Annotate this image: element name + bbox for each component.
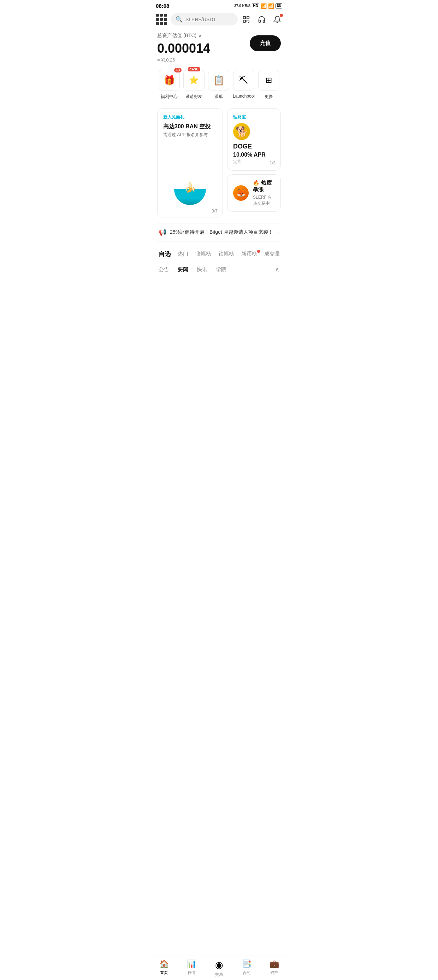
- tab-gainers[interactable]: 涨幅榜: [195, 248, 211, 260]
- signal-5g-1: 📶: [261, 3, 267, 9]
- finance-apr: 10.00% APR: [233, 152, 275, 158]
- banana-emoji: 🍌: [184, 181, 197, 193]
- tab-watchlist[interactable]: 自选: [159, 247, 171, 261]
- new-coins-badge: [257, 250, 260, 253]
- notification-button[interactable]: [272, 14, 282, 24]
- hot-card[interactable]: 🦊 🔥 热度暴涨 SLERF 火热交易中: [227, 174, 281, 212]
- finance-type: 定期: [233, 159, 275, 165]
- battery-indicator: 86: [276, 3, 282, 8]
- doge-coin-icon: 🐕: [233, 123, 250, 140]
- news-tab-academy[interactable]: 学院: [216, 266, 227, 273]
- main-content: 总资产估值 (BTC) ∧ 0.000014 ≈ ¥10.26 充值 🎁 +3 …: [150, 28, 288, 280]
- news-collapse-icon[interactable]: ∧: [275, 266, 279, 273]
- tab-hot[interactable]: 热门: [178, 248, 188, 260]
- svg-rect-1: [247, 16, 249, 18]
- recharge-button[interactable]: 充值: [250, 35, 281, 51]
- news-tab-announcement[interactable]: 公告: [159, 266, 169, 273]
- welfare-icon-wrap: 🎁 +3: [159, 70, 180, 91]
- action-launchpool[interactable]: ⛏ Launchpool: [233, 70, 255, 100]
- menu-button[interactable]: [156, 14, 167, 25]
- header-right: [241, 14, 282, 24]
- finance-card[interactable]: 理财宝 🐕 DOGE 10.00% APR 定期 1/3: [227, 108, 281, 171]
- welfare-icon: 🎁: [163, 75, 175, 86]
- banana-bowl: 🍌: [174, 189, 206, 205]
- tab-volume[interactable]: 成交量: [264, 248, 280, 260]
- more-label: 更多: [265, 94, 273, 100]
- chevron-up-icon[interactable]: ∧: [198, 33, 202, 38]
- more-icon-wrap: ⊞: [258, 70, 279, 91]
- news-tabs: 公告 要闻 快讯 学院 ∧: [157, 261, 281, 276]
- news-tab-headlines[interactable]: 要闻: [178, 266, 188, 273]
- cash-badge: CASH: [188, 67, 200, 72]
- hot-subtitle: SLERF 火热交易中: [253, 194, 275, 207]
- market-tabs: 自选 热门 涨幅榜 跌幅榜 新币榜 成交量: [157, 247, 281, 261]
- finance-coin-name: DOGE: [233, 143, 275, 150]
- notification-badge: [280, 14, 283, 17]
- search-input[interactable]: [186, 17, 233, 22]
- search-icon: 🔍: [176, 16, 182, 22]
- cards-row: 新人见面礼 高达300 BAN 空投 需通过 APP 报名并参与 🍌 3/7 理…: [157, 108, 281, 218]
- copy-icon-wrap: 📋: [208, 70, 229, 91]
- asset-value: 0.000014: [157, 41, 210, 56]
- launchpool-icon: ⛏: [239, 75, 248, 86]
- svg-rect-0: [243, 16, 246, 18]
- action-more[interactable]: ⊞ 更多: [258, 70, 279, 100]
- invite-icon: ⭐: [189, 76, 198, 85]
- finance-pagination: 1/3: [270, 161, 276, 165]
- status-time: 08:08: [156, 3, 169, 9]
- hot-avatar: 🦊: [233, 185, 249, 201]
- action-welfare[interactable]: 🎁 +3 福利中心: [159, 70, 180, 100]
- tab-new-coins[interactable]: 新币榜: [241, 248, 257, 260]
- new-user-title: 高达300 BAN 空投: [163, 123, 217, 130]
- announcement-bar[interactable]: 📢 25%返佣待开启！Bitget 卓越邀请人项目来袭！ ›: [157, 223, 281, 242]
- welfare-badge: +3: [174, 68, 182, 73]
- status-icons: 37.0 KB/S HD 📶 📶 86: [234, 3, 282, 9]
- more-icon: ⊞: [266, 76, 272, 85]
- search-bar[interactable]: 🔍: [171, 13, 238, 25]
- new-user-progress: 3/7: [211, 208, 217, 213]
- new-user-card[interactable]: 新人见面礼 高达300 BAN 空投 需通过 APP 报名并参与 🍌 3/7: [157, 108, 223, 218]
- svg-rect-2: [243, 20, 246, 22]
- invite-label: 邀请好友: [186, 94, 202, 100]
- copy-icon: 📋: [213, 75, 224, 86]
- invite-icon-wrap: CASH ⭐: [183, 70, 205, 91]
- copy-label: 跟单: [214, 94, 223, 100]
- announcement-arrow: ›: [278, 229, 279, 235]
- signal-5g-2: 📶: [268, 3, 274, 9]
- hot-info: 🔥 热度暴涨 SLERF 火热交易中: [253, 180, 275, 207]
- hd-badge: HD: [252, 3, 259, 8]
- scan-button[interactable]: [241, 14, 251, 24]
- announcement-icon: 📢: [159, 228, 167, 236]
- launchpool-label: Launchpool: [233, 94, 255, 99]
- action-invite[interactable]: CASH ⭐ 邀请好友: [183, 70, 205, 100]
- hot-title: 🔥 热度暴涨: [253, 180, 275, 193]
- headset-button[interactable]: [257, 14, 267, 24]
- new-user-tag: 新人见面礼: [163, 114, 217, 120]
- action-copy[interactable]: 📋 跟单: [208, 70, 229, 100]
- banana-illustration: 🍌: [174, 189, 206, 207]
- announcement-text: 25%返佣待开启！Bitget 卓越邀请人项目来袭！: [170, 229, 274, 235]
- asset-cny: ≈ ¥10.26: [157, 57, 210, 62]
- new-user-subtitle: 需通过 APP 报名并参与: [163, 132, 217, 138]
- news-tab-flash[interactable]: 快讯: [197, 266, 207, 273]
- welfare-label: 福利中心: [161, 94, 178, 100]
- asset-section: 总资产估值 (BTC) ∧ 0.000014 ≈ ¥10.26 充值: [157, 32, 281, 70]
- asset-label: 总资产估值 (BTC) ∧: [157, 32, 210, 39]
- launchpool-icon-wrap: ⛏: [233, 70, 254, 91]
- speed-indicator: 37.0 KB/S: [234, 4, 251, 8]
- header: 🔍: [150, 10, 288, 28]
- tab-losers[interactable]: 跌幅榜: [218, 248, 234, 260]
- finance-tag: 理财宝: [233, 114, 275, 120]
- status-bar: 08:08 37.0 KB/S HD 📶 📶 86: [150, 0, 288, 10]
- quick-actions: 🎁 +3 福利中心 CASH ⭐ 邀请好友 📋 跟单 ⛏ Launchpool: [157, 70, 281, 100]
